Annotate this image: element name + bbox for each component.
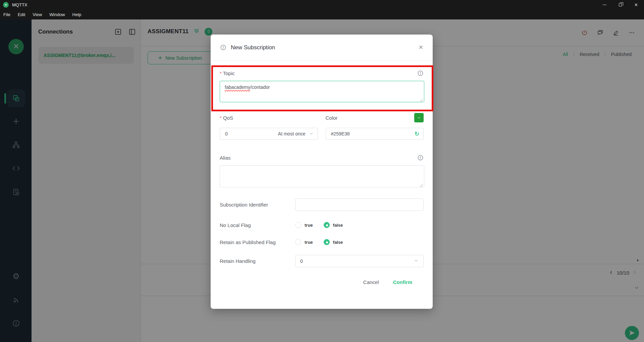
menu-edit[interactable]: Edit	[14, 9, 29, 19]
qos-label: QoS	[220, 115, 233, 121]
menu-help[interactable]: Help	[69, 9, 85, 19]
close-button[interactable]: ✕	[628, 0, 644, 9]
retain-pub-true-radio[interactable]	[295, 239, 301, 245]
subscription-identifier-input[interactable]	[295, 198, 424, 211]
color-swatch[interactable]	[414, 113, 424, 122]
menu-bar: File Edit View Window Help	[0, 9, 644, 19]
app-logo-icon: ✕	[3, 2, 9, 8]
minimize-icon	[603, 5, 606, 5]
confirm-button[interactable]: Confirm	[393, 279, 413, 285]
no-local-false-radio[interactable]	[324, 222, 330, 228]
app-title: MQTTX	[12, 2, 28, 7]
resize-handle-icon[interactable]	[420, 183, 423, 186]
color-label: Color	[326, 115, 338, 121]
dialog-close-icon[interactable]: ✕	[419, 44, 423, 51]
no-local-true-radio[interactable]	[295, 222, 301, 228]
menu-window[interactable]: Window	[46, 9, 68, 19]
info-icon	[220, 44, 226, 51]
dialog-title: New Subscription	[231, 44, 275, 51]
menu-view[interactable]: View	[29, 9, 46, 19]
menu-file[interactable]: File	[0, 9, 14, 19]
no-local-flag-radio-group: true false	[295, 222, 347, 228]
alias-label: Alias	[220, 155, 231, 161]
qos-select[interactable]: 0 At most once	[220, 128, 318, 140]
retain-pub-false-radio[interactable]	[324, 239, 330, 245]
alias-info-icon[interactable]	[417, 155, 424, 161]
dialog-header: New Subscription ✕	[211, 35, 433, 61]
cancel-button[interactable]: Cancel	[363, 279, 379, 285]
color-input[interactable]: #259E38 ↻	[326, 128, 424, 140]
retain-as-published-radio-group: true false	[295, 239, 347, 245]
chevron-down-icon	[309, 131, 314, 137]
subscription-identifier-label: Subscription Identifier	[220, 202, 295, 208]
retain-handling-label: Retain Handling	[220, 258, 295, 264]
retain-as-published-label: Retain as Published Flag	[220, 239, 295, 245]
no-local-flag-label: No Local Flag	[220, 222, 295, 228]
refresh-color-icon[interactable]: ↻	[415, 131, 419, 137]
restore-icon	[619, 3, 622, 6]
retain-handling-select[interactable]: 0	[295, 255, 424, 267]
no-local-true-label[interactable]: true	[305, 223, 313, 228]
alias-textarea[interactable]	[220, 165, 424, 187]
minimize-button[interactable]	[597, 0, 612, 9]
title-bar: ✕ MQTTX ✕	[0, 0, 644, 9]
retain-pub-true-label[interactable]: true	[305, 240, 313, 245]
chevron-down-icon	[414, 258, 419, 264]
annotation-highlight-box	[211, 65, 433, 111]
retain-pub-false-label[interactable]: false	[333, 240, 343, 245]
restore-button[interactable]	[612, 0, 628, 9]
window-controls: ✕	[597, 0, 644, 9]
close-icon: ✕	[634, 2, 638, 7]
no-local-false-label[interactable]: false	[333, 223, 343, 228]
